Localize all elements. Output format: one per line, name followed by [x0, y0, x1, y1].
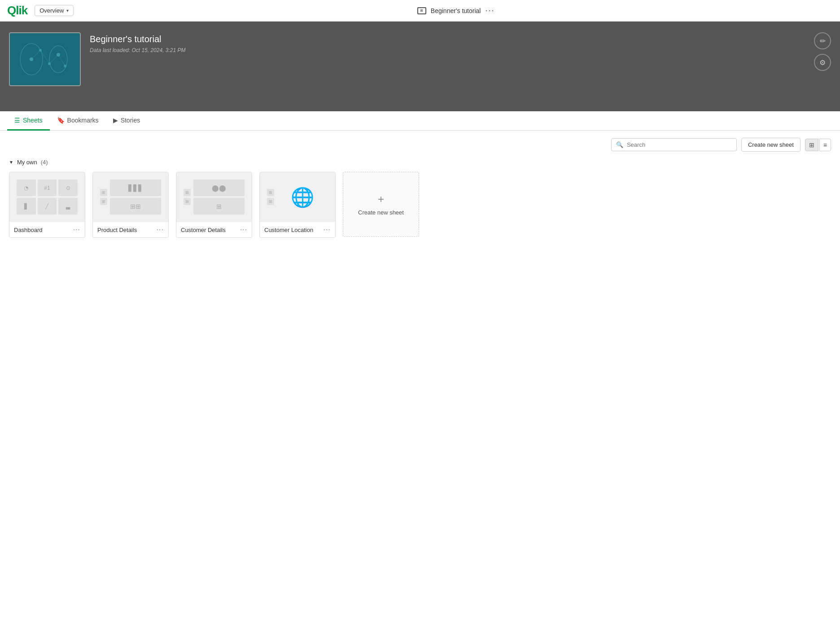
bookmarks-tab-label: Bookmarks	[67, 117, 99, 124]
overview-label: Overview	[39, 7, 64, 14]
tab-stories[interactable]: ▶ Stories	[106, 111, 148, 131]
pin-icon-1: ⊞	[100, 189, 107, 196]
search-icon: 🔍	[616, 141, 623, 148]
search-input[interactable]	[627, 141, 732, 148]
settings-button[interactable]: ⚙	[814, 54, 831, 71]
sheets-tab-label: Sheets	[23, 117, 43, 124]
sheet-footer-dashboard: Dashboard ···	[9, 222, 85, 237]
section-header: ▼ My own (4)	[9, 159, 831, 166]
top-nav: Qlik Overview ▾ ⊞ Beginner's tutorial ··…	[0, 0, 840, 22]
create-new-sheet-button[interactable]: Create new sheet	[741, 138, 801, 152]
section-collapse-icon[interactable]: ▼	[9, 160, 13, 165]
sheets-tab-icon: ☰	[14, 117, 20, 124]
tabs-bar: ☰ Sheets 🔖 Bookmarks ▶ Stories	[0, 111, 840, 131]
section-label: My own	[17, 159, 37, 166]
preview-grid: ⊞⊞	[110, 198, 161, 214]
sheet-footer-product-details: Product Details ···	[93, 222, 168, 237]
preview-table: ⊞	[193, 198, 245, 214]
create-new-sheet-card[interactable]: + Create new sheet	[343, 172, 419, 237]
content-area: 🔍 Create new sheet ⊞ ≡ ▼ My own (4) ◔ #1…	[0, 131, 840, 245]
edit-button[interactable]: ✏	[814, 32, 831, 49]
grid-view-button[interactable]: ⊞	[805, 139, 818, 151]
preview-hash-icon: #1	[38, 179, 57, 196]
preview-dots: ⬤⬤	[193, 179, 245, 196]
nav-more-button[interactable]: ···	[485, 6, 494, 15]
create-plus-icon: +	[378, 193, 384, 206]
banner-info: Beginner's tutorial Data last loaded: Oc…	[90, 32, 185, 53]
app-thumbnail	[9, 32, 81, 86]
stories-tab-label: Stories	[121, 117, 140, 124]
qlik-logo: Qlik	[7, 4, 27, 17]
banner-title: Beginner's tutorial	[90, 34, 185, 44]
sheet-name-customer-details: Customer Details	[181, 227, 226, 233]
preview-bar-icon: ▋	[17, 198, 36, 214]
section-count: (4)	[41, 159, 48, 166]
pin-icon-4: ⊞	[184, 198, 191, 205]
sheet-more-product-details[interactable]: ···	[157, 226, 164, 234]
sheet-nav-icon: ⊞	[417, 7, 426, 14]
sheet-footer-customer-location: Customer Location ···	[260, 222, 335, 237]
toolbar: 🔍 Create new sheet ⊞ ≡	[9, 138, 831, 152]
create-card-label: Create new sheet	[358, 209, 404, 216]
customer-location-preview: ⊞ ⊞ 🌐	[260, 172, 335, 222]
globe-icon: 🌐	[291, 186, 314, 208]
pin-icon-2: ⊞	[100, 198, 107, 205]
banner-actions: ✏ ⚙	[814, 32, 831, 71]
svg-rect-0	[13, 37, 76, 82]
sheets-grid: ◔ #1 ⊙ ▋ ╱ ▃ Dashboard ··· ⊞ ⊞	[9, 172, 831, 238]
preview-line-icon: ╱	[38, 198, 57, 214]
bookmarks-tab-icon: 🔖	[57, 117, 65, 124]
overview-dropdown[interactable]: Overview ▾	[35, 5, 74, 16]
chevron-down-icon: ▾	[66, 8, 69, 13]
sheet-card-product-details[interactable]: ⊞ ⊞ ▋▋▋ ⊞⊞ Product Details ···	[92, 172, 169, 238]
sheet-name-product-details: Product Details	[97, 227, 137, 233]
list-view-button[interactable]: ≡	[819, 139, 831, 151]
preview-bar-chart: ▋▋▋	[110, 179, 161, 196]
preview-area-icon: ▃	[58, 198, 78, 214]
sheet-card-dashboard[interactable]: ◔ #1 ⊙ ▋ ╱ ▃ Dashboard ···	[9, 172, 85, 238]
preview-clock-icon: ⊙	[58, 179, 78, 196]
sheet-more-customer-details[interactable]: ···	[240, 226, 247, 234]
sheet-footer-customer-details: Customer Details ···	[176, 222, 252, 237]
stories-tab-icon: ▶	[113, 117, 118, 124]
sheet-name-customer-location: Customer Location	[264, 227, 313, 233]
sheet-more-dashboard[interactable]: ···	[73, 226, 80, 234]
sheet-card-customer-location[interactable]: ⊞ ⊞ 🌐 Customer Location ···	[259, 172, 336, 238]
tab-bookmarks[interactable]: 🔖 Bookmarks	[50, 111, 106, 131]
pin-icon-6: ⊞	[267, 198, 274, 205]
dashboard-preview: ◔ #1 ⊙ ▋ ╱ ▃	[9, 172, 85, 222]
search-box[interactable]: 🔍	[611, 138, 737, 151]
app-title: Beginner's tutorial	[431, 7, 481, 14]
app-banner: Beginner's tutorial Data last loaded: Oc…	[0, 22, 840, 111]
tab-sheets[interactable]: ☰ Sheets	[7, 111, 50, 131]
sheet-card-customer-details[interactable]: ⊞ ⊞ ⬤⬤ ⊞ Customer Details ···	[176, 172, 252, 238]
customer-details-preview: ⊞ ⊞ ⬤⬤ ⊞	[176, 172, 252, 222]
sheet-more-customer-location[interactable]: ···	[324, 226, 331, 234]
pin-icon-5: ⊞	[267, 189, 274, 196]
nav-center: ⊞ Beginner's tutorial ···	[79, 6, 833, 15]
preview-pie-icon: ◔	[17, 179, 36, 196]
view-toggle: ⊞ ≡	[805, 139, 831, 151]
product-details-preview: ⊞ ⊞ ▋▋▋ ⊞⊞	[93, 172, 168, 222]
banner-subtitle: Data last loaded: Oct 15, 2024, 3:21 PM	[90, 47, 185, 53]
sheet-name-dashboard: Dashboard	[14, 227, 43, 233]
pin-icon-3: ⊞	[184, 189, 191, 196]
